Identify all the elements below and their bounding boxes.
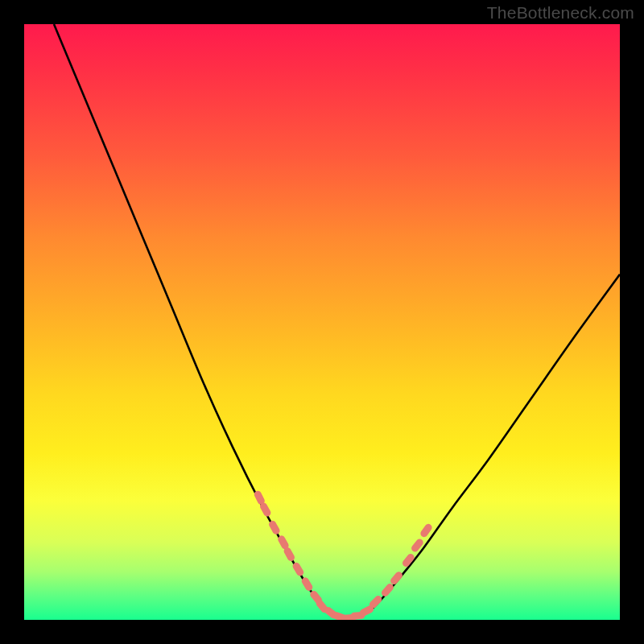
svg-rect-15 [380, 582, 395, 598]
chart-frame: TheBottleneck.com [0, 0, 644, 644]
bottleneck-curve [54, 24, 620, 618]
bottleneck-curve-svg [24, 24, 620, 620]
marker-group [253, 489, 433, 620]
curve-marker [380, 582, 395, 598]
watermark-text: TheBottleneck.com [487, 3, 634, 23]
curve-marker [389, 570, 404, 586]
curve-group [54, 24, 620, 618]
plot-area [24, 24, 620, 620]
svg-rect-16 [389, 570, 404, 586]
